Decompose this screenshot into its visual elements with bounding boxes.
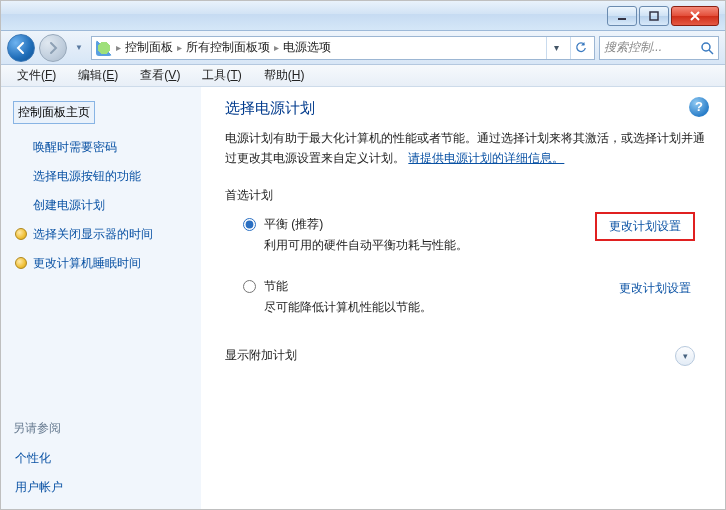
close-icon — [689, 10, 701, 22]
menu-file[interactable]: 文件(F) — [7, 65, 66, 86]
arrow-left-icon — [14, 41, 28, 55]
sidebar-home-link[interactable]: 控制面板主页 — [13, 101, 95, 124]
plan-name: 平衡 (推荐) — [264, 216, 575, 233]
svg-rect-0 — [618, 18, 626, 20]
minimize-icon — [616, 10, 628, 22]
show-additional-plans-label: 显示附加计划 — [225, 347, 675, 364]
control-panel-icon — [96, 40, 112, 56]
maximize-button[interactable] — [639, 6, 669, 26]
menubar: 文件(F) 编辑(E) 查看(V) 工具(T) 帮助(H) — [1, 65, 725, 87]
titlebar — [1, 1, 725, 31]
breadcrumb-sep-icon: ▸ — [274, 42, 279, 53]
sidebar-link-user-accounts[interactable]: 用户帐户 — [13, 476, 189, 499]
show-additional-plans-row[interactable]: 显示附加计划 ▾ — [225, 346, 705, 366]
search-icon — [700, 41, 714, 55]
plan-row-powersaver: 节能 尽可能降低计算机性能以节能。 更改计划设置 — [225, 272, 705, 320]
svg-point-2 — [702, 43, 710, 51]
minimize-button[interactable] — [607, 6, 637, 26]
sidebar-link-require-password[interactable]: 唤醒时需要密码 — [13, 136, 189, 159]
plan-row-balanced: 平衡 (推荐) 利用可用的硬件自动平衡功耗与性能。 更改计划设置 — [225, 210, 705, 258]
control-panel-window: ▼ ▸ 控制面板 ▸ 所有控制面板项 ▸ 电源选项 ▾ 搜索控制... 文件(F… — [0, 0, 726, 510]
plan-radio-balanced[interactable] — [243, 218, 256, 231]
address-bar[interactable]: ▸ 控制面板 ▸ 所有控制面板项 ▸ 电源选项 ▾ — [91, 36, 595, 60]
plan-name: 节能 — [264, 278, 595, 295]
sidebar: 控制面板主页 唤醒时需要密码 选择电源按钮的功能 创建电源计划 选择关闭显示器的… — [1, 87, 201, 509]
menu-help[interactable]: 帮助(H) — [254, 65, 315, 86]
search-placeholder: 搜索控制... — [604, 39, 662, 56]
address-dropdown-button[interactable]: ▾ — [546, 37, 566, 59]
expand-button[interactable]: ▾ — [675, 346, 695, 366]
plan-description: 尽可能降低计算机性能以节能。 — [264, 299, 595, 316]
change-plan-settings-link[interactable]: 更改计划设置 — [615, 278, 695, 299]
maximize-icon — [648, 10, 660, 22]
preferred-plans-label: 首选计划 — [225, 187, 705, 204]
sidebar-link-display-off-time[interactable]: 选择关闭显示器的时间 — [13, 223, 189, 246]
help-icon[interactable]: ? — [689, 97, 709, 117]
breadcrumb-sep-icon: ▸ — [177, 42, 182, 53]
menu-tools[interactable]: 工具(T) — [192, 65, 251, 86]
nav-forward-button[interactable] — [39, 34, 67, 62]
menu-view[interactable]: 查看(V) — [130, 65, 190, 86]
svg-line-3 — [709, 50, 713, 54]
sidebar-see-also-heading: 另请参阅 — [13, 420, 189, 437]
nav-back-button[interactable] — [7, 34, 35, 62]
breadcrumb-item[interactable]: 所有控制面板项 — [186, 39, 270, 56]
nav-history-dropdown[interactable]: ▼ — [71, 38, 87, 58]
main-panel: ? 选择电源计划 电源计划有助于最大化计算机的性能或者节能。通过选择计划来将其激… — [201, 87, 725, 509]
breadcrumb-item[interactable]: 控制面板 — [125, 39, 173, 56]
refresh-icon — [575, 42, 587, 54]
arrow-right-icon — [46, 41, 60, 55]
svg-rect-1 — [650, 12, 658, 20]
refresh-button[interactable] — [570, 37, 590, 59]
search-box[interactable]: 搜索控制... — [599, 36, 719, 60]
navbar: ▼ ▸ 控制面板 ▸ 所有控制面板项 ▸ 电源选项 ▾ 搜索控制... — [1, 31, 725, 65]
close-button[interactable] — [671, 6, 719, 26]
content-area: 控制面板主页 唤醒时需要密码 选择电源按钮的功能 创建电源计划 选择关闭显示器的… — [1, 87, 725, 509]
page-title: 选择电源计划 — [225, 99, 705, 118]
more-info-link[interactable]: 请提供电源计划的详细信息。 — [408, 151, 564, 165]
sidebar-link-power-button-action[interactable]: 选择电源按钮的功能 — [13, 165, 189, 188]
chevron-down-icon: ▾ — [683, 351, 688, 361]
plan-description: 利用可用的硬件自动平衡功耗与性能。 — [264, 237, 575, 254]
change-plan-settings-link[interactable]: 更改计划设置 — [595, 212, 695, 241]
sidebar-link-sleep-time[interactable]: 更改计算机睡眠时间 — [13, 252, 189, 275]
sidebar-link-create-plan[interactable]: 创建电源计划 — [13, 194, 189, 217]
sidebar-link-personalization[interactable]: 个性化 — [13, 447, 189, 470]
page-description: 电源计划有助于最大化计算机的性能或者节能。通过选择计划来将其激活，或选择计划并通… — [225, 128, 705, 169]
breadcrumb-item[interactable]: 电源选项 — [283, 39, 331, 56]
breadcrumb-sep-icon: ▸ — [116, 42, 121, 53]
plan-radio-powersaver[interactable] — [243, 280, 256, 293]
menu-edit[interactable]: 编辑(E) — [68, 65, 128, 86]
